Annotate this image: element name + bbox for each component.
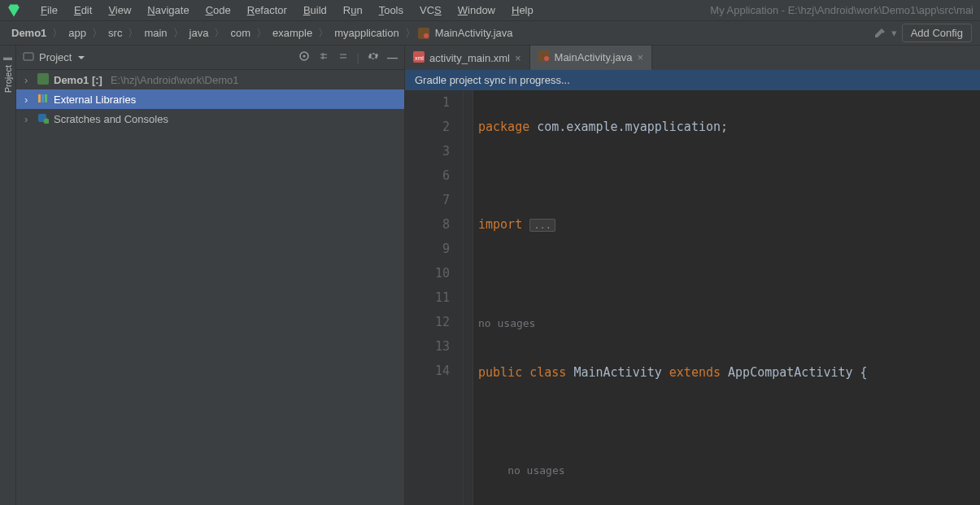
fold-region[interactable]: ... xyxy=(529,219,555,232)
breadcrumb-item[interactable]: example xyxy=(269,25,316,41)
breadcrumb-item[interactable]: app xyxy=(65,25,89,41)
select-opened-file-icon[interactable] xyxy=(298,50,310,64)
chevron-right-icon[interactable]: › xyxy=(24,113,33,125)
chevron-right-icon[interactable]: › xyxy=(24,94,33,106)
chevron-right-icon: 〉 xyxy=(318,26,329,41)
tree-item-label: Scratches and Consoles xyxy=(54,113,168,125)
tree-row-external-libs[interactable]: › External Libraries xyxy=(16,89,404,109)
menu-refactor[interactable]: Refactor xyxy=(241,2,294,18)
menu-file[interactable]: File xyxy=(34,2,64,18)
fold-gutter[interactable] xyxy=(464,90,473,505)
build-hammer-icon[interactable] xyxy=(873,27,886,40)
library-icon xyxy=(37,93,49,107)
scratch-icon xyxy=(37,112,49,126)
tree-row-scratches[interactable]: › Scratches and Consoles xyxy=(16,109,404,128)
menu-navigate[interactable]: Navigate xyxy=(141,2,195,18)
svg-rect-8 xyxy=(45,94,47,102)
menu-bar: File Edit View Navigate Code Refactor Bu… xyxy=(0,0,980,21)
tree-row-module[interactable]: › Demo1 [:] E:\hzj\Android\work\Demo1 xyxy=(16,70,404,89)
menu-view[interactable]: View xyxy=(102,2,137,18)
editor-panel: xml activity_main.xml × MainActivity.jav… xyxy=(405,46,980,505)
gear-icon[interactable] xyxy=(368,50,379,64)
window-title: My Application - E:\hzj\Android\work\Dem… xyxy=(710,4,973,16)
breadcrumb-item[interactable]: java xyxy=(186,25,212,41)
breadcrumb-item[interactable]: src xyxy=(105,25,125,41)
tab-main-activity[interactable]: MainActivity.java × xyxy=(530,46,652,70)
project-panel: Project | — › Demo1 [:] E:\hzj\Android\w… xyxy=(16,46,405,505)
add-configuration-button[interactable]: Add Config xyxy=(902,24,972,42)
menu-build[interactable]: Build xyxy=(297,2,333,18)
svg-point-14 xyxy=(544,56,549,61)
svg-rect-7 xyxy=(41,94,44,102)
expand-all-icon[interactable] xyxy=(318,50,329,64)
chevron-right-icon: 〉 xyxy=(52,26,63,41)
breadcrumb-item[interactable]: Demo1 xyxy=(8,25,50,41)
tab-label: activity_main.xml xyxy=(429,52,510,64)
dropdown-arrow-icon[interactable]: ▾ xyxy=(891,27,897,39)
tab-activity-main[interactable]: xml activity_main.xml × xyxy=(405,46,530,70)
project-scope-icon xyxy=(23,50,34,64)
close-tab-icon[interactable]: × xyxy=(637,51,643,63)
android-studio-logo-icon xyxy=(7,3,21,18)
menu-vcs[interactable]: VCS xyxy=(413,2,448,18)
chevron-right-icon: 〉 xyxy=(173,26,184,41)
tree-item-label: Demo1 [:] xyxy=(54,74,102,86)
left-tool-rail: ▬ Project xyxy=(0,46,16,505)
collapse-all-icon[interactable] xyxy=(338,50,349,64)
usages-hint[interactable]: no usages xyxy=(507,464,564,477)
project-panel-title[interactable]: Project xyxy=(39,51,72,63)
chevron-right-icon: 〉 xyxy=(214,26,224,41)
svg-point-4 xyxy=(303,55,305,58)
menu-code[interactable]: Code xyxy=(199,2,237,18)
breadcrumb-item[interactable]: myapplication xyxy=(331,25,403,41)
project-tree[interactable]: › Demo1 [:] E:\hzj\Android\work\Demo1 › … xyxy=(16,70,404,505)
code-content[interactable]: package com.example.myapplication; impor… xyxy=(473,90,980,505)
java-file-icon xyxy=(418,28,429,39)
svg-rect-2 xyxy=(24,53,33,60)
tree-item-hint: E:\hzj\Android\work\Demo1 xyxy=(111,74,239,86)
xml-file-icon: xml xyxy=(413,51,425,65)
menu-window[interactable]: Window xyxy=(451,2,502,18)
editor-tabs: xml activity_main.xml × MainActivity.jav… xyxy=(405,46,980,70)
chevron-right-icon: 〉 xyxy=(128,26,138,41)
folder-icon[interactable]: ▬ xyxy=(3,52,12,62)
svg-rect-6 xyxy=(38,94,41,102)
usages-hint[interactable]: no usages xyxy=(478,317,535,329)
module-icon xyxy=(37,73,49,87)
close-tab-icon[interactable]: × xyxy=(515,52,521,64)
tab-label: MainActivity.java xyxy=(555,51,633,63)
tree-item-label: External Libraries xyxy=(54,94,136,106)
svg-rect-5 xyxy=(37,73,49,85)
java-file-icon xyxy=(538,50,550,64)
chevron-right-icon[interactable]: › xyxy=(24,74,33,86)
breadcrumb-item[interactable]: MainActivity.java xyxy=(432,25,516,41)
breadcrumb-item[interactable]: com xyxy=(227,25,254,41)
code-editor[interactable]: 1 2 3 6 7 8 9 10 11 12 13 14 package com… xyxy=(405,90,980,505)
menu-tools[interactable]: Tools xyxy=(372,2,410,18)
project-panel-header: Project | — xyxy=(16,46,404,70)
svg-text:xml: xml xyxy=(415,55,424,61)
hide-panel-icon[interactable]: — xyxy=(387,51,398,63)
gradle-sync-banner: Gradle project sync in progress... xyxy=(405,70,980,90)
project-tool-button[interactable]: Project xyxy=(3,65,13,93)
breadcrumb-item[interactable]: main xyxy=(141,25,170,41)
chevron-down-icon[interactable] xyxy=(78,56,85,59)
svg-point-1 xyxy=(424,33,429,38)
navigation-bar: Demo1 〉 app 〉 src 〉 main 〉 java 〉 com 〉 … xyxy=(0,21,980,46)
chevron-right-icon: 〉 xyxy=(92,26,102,41)
chevron-right-icon: 〉 xyxy=(256,26,267,41)
menu-edit[interactable]: Edit xyxy=(68,2,98,18)
menu-run[interactable]: Run xyxy=(337,2,369,18)
line-number-gutter: 1 2 3 6 7 8 9 10 11 12 13 14 xyxy=(405,90,464,505)
chevron-right-icon: 〉 xyxy=(405,26,416,41)
menu-help[interactable]: Help xyxy=(505,2,540,18)
